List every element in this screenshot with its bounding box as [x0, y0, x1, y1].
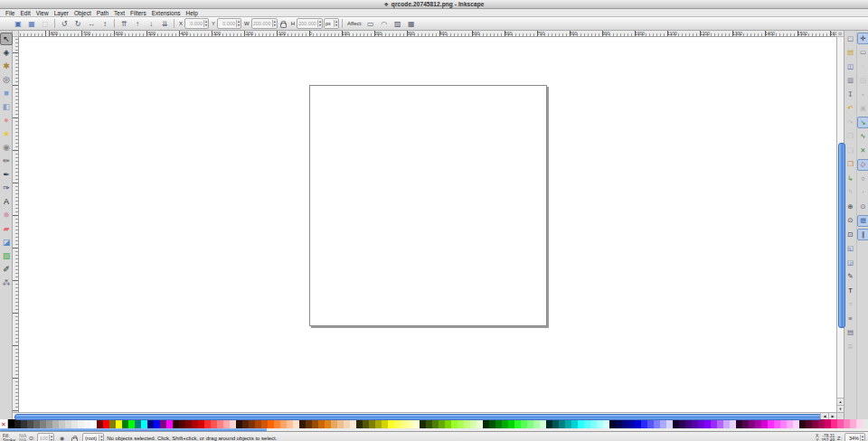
document-page[interactable]: [309, 85, 547, 326]
palette-swatch[interactable]: [476, 419, 483, 428]
selector-tool[interactable]: ↖: [0, 33, 13, 45]
palette-swatch[interactable]: [261, 419, 268, 428]
palette-swatch[interactable]: [192, 419, 198, 428]
palette-swatch[interactable]: [514, 419, 521, 428]
palette-swatch[interactable]: [14, 419, 21, 428]
palette-swatch[interactable]: [65, 419, 71, 428]
snap-bbox-centers-toggle[interactable]: ▣: [857, 103, 868, 115]
horizontal-scrollbar[interactable]: ◀ ▶: [13, 412, 836, 419]
document-properties-button[interactable]: ▤: [844, 327, 856, 339]
scroll-down-button[interactable]: ▼: [837, 405, 844, 412]
palette-swatch[interactable]: [135, 419, 141, 428]
palette-swatch[interactable]: [363, 419, 369, 428]
unlink-clone-button[interactable]: ↰: [844, 187, 856, 199]
paint-bucket-tool[interactable]: ◪: [0, 236, 13, 249]
zoom-page-button[interactable]: ⊡: [844, 229, 856, 240]
palette-swatch[interactable]: [287, 419, 293, 428]
box-3d-tool[interactable]: ◧: [0, 100, 13, 113]
snap-bbox-midpoints-toggle[interactable]: ▪: [857, 89, 868, 100]
palette-swatch[interactable]: [268, 419, 274, 428]
snap-bbox-toggle[interactable]: ▭: [857, 47, 868, 59]
ungroup-button[interactable]: ◲: [844, 257, 856, 268]
palette-swatch[interactable]: [825, 419, 831, 428]
opacity-field[interactable]: 100▴▾: [37, 433, 54, 441]
palette-swatch[interactable]: [458, 419, 464, 428]
group-button[interactable]: ◱: [844, 243, 856, 255]
select-all-button[interactable]: ▣: [12, 17, 24, 30]
palette-swatch[interactable]: [407, 419, 413, 428]
palette-swatch[interactable]: [204, 419, 211, 428]
zoom-selection-button[interactable]: ⊕: [844, 201, 856, 212]
palette-swatch[interactable]: [521, 419, 527, 428]
deselect-button[interactable]: ▢: [39, 17, 52, 30]
palette-swatch[interactable]: [179, 419, 185, 428]
palette-swatch[interactable]: [736, 419, 742, 428]
snap-nodes-toggle[interactable]: ↘: [857, 117, 868, 128]
palette-swatch[interactable]: [844, 419, 850, 428]
palette-swatch[interactable]: [40, 419, 46, 428]
redo-button[interactable]: ↷: [844, 117, 856, 128]
preferences-button[interactable]: ≣: [844, 341, 856, 352]
palette-swatch[interactable]: [799, 419, 806, 428]
layer-visibility-eye-icon[interactable]: ◉: [57, 433, 67, 441]
new-document-button[interactable]: ▢: [844, 33, 856, 44]
palette-swatch[interactable]: [793, 419, 799, 428]
palette-swatch[interactable]: [470, 419, 476, 428]
palette-swatch[interactable]: [609, 419, 616, 428]
move-gradients-toggle[interactable]: ▨: [392, 17, 404, 30]
palette-swatch[interactable]: [160, 419, 166, 428]
import-button[interactable]: ↧: [844, 89, 856, 100]
palette-swatch[interactable]: [508, 419, 514, 428]
palette-swatch[interactable]: [84, 419, 90, 428]
palette-swatch[interactable]: [647, 419, 654, 428]
palette-swatch[interactable]: [173, 419, 179, 428]
palette-none-swatch[interactable]: ✕: [0, 419, 8, 428]
save-button[interactable]: ◫: [844, 61, 856, 72]
palette-swatch[interactable]: [445, 419, 451, 428]
palette-swatch[interactable]: [755, 419, 761, 428]
move-patterns-toggle[interactable]: ▦: [405, 17, 418, 30]
palette-swatch[interactable]: [242, 419, 249, 428]
palette-swatch[interactable]: [527, 419, 533, 428]
palette-swatch[interactable]: [274, 419, 280, 428]
palette-swatch[interactable]: [401, 419, 407, 428]
palette-swatch[interactable]: [318, 419, 325, 428]
palette-swatch[interactable]: [394, 419, 401, 428]
fill-stroke-dialog-button[interactable]: ✎: [844, 271, 856, 283]
palette-swatch[interactable]: [426, 419, 432, 428]
undo-button[interactable]: ↶: [844, 103, 856, 115]
height-field[interactable]: 200.000▴▾: [297, 18, 323, 29]
lock-ratio-toggle[interactable]: [280, 23, 287, 28]
palette-swatch[interactable]: [331, 419, 337, 428]
palette-swatch[interactable]: [768, 419, 774, 428]
snap-object-centers-toggle[interactable]: ⊙: [857, 201, 868, 212]
palette-swatch[interactable]: [540, 419, 546, 428]
menu-object[interactable]: Object: [71, 9, 94, 16]
palette-swatch[interactable]: [8, 419, 14, 428]
palette-swatch[interactable]: [635, 419, 641, 428]
palette-swatch[interactable]: [236, 419, 242, 428]
palette-swatch[interactable]: [299, 419, 306, 428]
snap-midpoints-toggle[interactable]: ·: [857, 187, 868, 199]
palette-swatch[interactable]: [122, 419, 128, 428]
palette-swatch[interactable]: [774, 419, 780, 428]
horizontal-scrollbar-thumb[interactable]: [14, 414, 822, 420]
palette-swatch[interactable]: [90, 419, 97, 428]
scroll-up-button[interactable]: ▲: [837, 398, 844, 405]
menu-edit[interactable]: Edit: [17, 9, 33, 16]
palette-swatch[interactable]: [654, 419, 660, 428]
vertical-ruler[interactable]: [13, 37, 19, 412]
palette-swatch[interactable]: [382, 419, 388, 428]
palette-swatch[interactable]: [666, 419, 673, 428]
palette-swatch[interactable]: [33, 419, 40, 428]
duplicate-button[interactable]: ❒: [844, 159, 856, 171]
palette-swatch[interactable]: [616, 419, 622, 428]
palette-swatch[interactable]: [571, 419, 578, 428]
menu-text[interactable]: Text: [111, 9, 127, 16]
menu-path[interactable]: Path: [94, 9, 111, 16]
raise-button[interactable]: ↑: [131, 17, 144, 30]
palette-swatch[interactable]: [730, 419, 736, 428]
xml-editor-button[interactable]: ⌗: [844, 299, 856, 311]
copy-button[interactable]: ❐: [844, 131, 856, 143]
palette-swatch[interactable]: [306, 419, 312, 428]
